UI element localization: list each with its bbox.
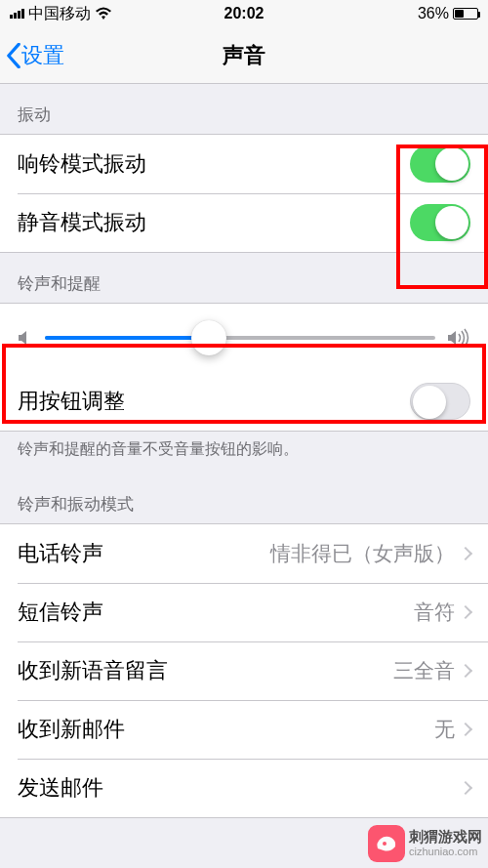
chevron-right-icon [459,664,472,678]
chevron-left-icon [6,43,21,68]
pattern-label: 收到新邮件 [18,715,434,744]
speaker-low-icon [18,329,33,347]
row-pattern-item[interactable]: 电话铃声情非得已（女声版） [0,524,488,583]
volume-slider-row [0,304,488,372]
pattern-label: 短信铃声 [18,598,414,627]
ring-vibrate-label: 响铃模式振动 [18,149,410,179]
battery-icon [453,8,478,20]
ringer-footer: 铃声和提醒的音量不受音量按钮的影响。 [0,432,488,474]
chevron-right-icon [459,605,472,619]
wifi-icon [95,7,112,21]
chevron-right-icon [459,547,472,560]
battery-label: 36% [418,5,449,22]
silent-vibrate-label: 静音模式振动 [18,208,410,237]
speaker-high-icon [447,328,470,348]
pattern-label: 收到新语音留言 [18,656,393,685]
watermark-url: cizhuniao.com [409,846,482,858]
silent-vibrate-toggle[interactable] [410,204,470,241]
volume-slider[interactable] [45,336,435,340]
status-time: 20:02 [224,5,264,22]
nav-bar: 设置 声音 [0,27,488,84]
pattern-value: 三全音 [393,657,455,684]
status-right: 36% [418,5,478,22]
pattern-label: 电话铃声 [18,539,270,568]
chevron-right-icon [459,781,472,795]
pattern-value: 音符 [414,599,455,626]
signal-icon [10,9,24,19]
svg-point-0 [383,842,386,846]
back-button[interactable]: 设置 [0,41,64,70]
row-pattern-item[interactable]: 短信铃声音符 [0,583,488,641]
chevron-right-icon [459,723,472,736]
pattern-label: 发送邮件 [18,773,455,803]
pattern-value: 无 [434,716,455,743]
status-bar: 中国移动 20:02 36% [0,0,488,27]
row-silent-vibrate[interactable]: 静音模式振动 [0,193,488,252]
row-pattern-item[interactable]: 发送邮件 [0,759,488,817]
slider-thumb[interactable] [191,320,226,355]
status-left: 中国移动 [10,4,112,24]
button-adjust-toggle[interactable] [410,383,470,420]
row-pattern-item[interactable]: 收到新语音留言三全音 [0,641,488,700]
row-pattern-item[interactable]: 收到新邮件无 [0,700,488,759]
pattern-value: 情非得已（女声版） [270,540,455,567]
ring-vibrate-toggle[interactable] [410,145,470,183]
carrier-label: 中国移动 [28,4,91,24]
button-adjust-label: 用按钮调整 [18,387,410,416]
row-ring-vibrate[interactable]: 响铃模式振动 [0,135,488,193]
watermark-logo [368,825,405,862]
row-button-adjust[interactable]: 用按钮调整 [0,372,488,431]
page-title: 声音 [223,41,265,70]
section-header-patterns: 铃声和振动模式 [0,474,488,523]
watermark: 刺猬游戏网 cizhuniao.com [368,825,482,862]
section-header-ringer: 铃声和提醒 [0,253,488,303]
back-label: 设置 [21,41,64,70]
section-header-vibration: 振动 [0,84,488,134]
watermark-name: 刺猬游戏网 [409,828,482,846]
